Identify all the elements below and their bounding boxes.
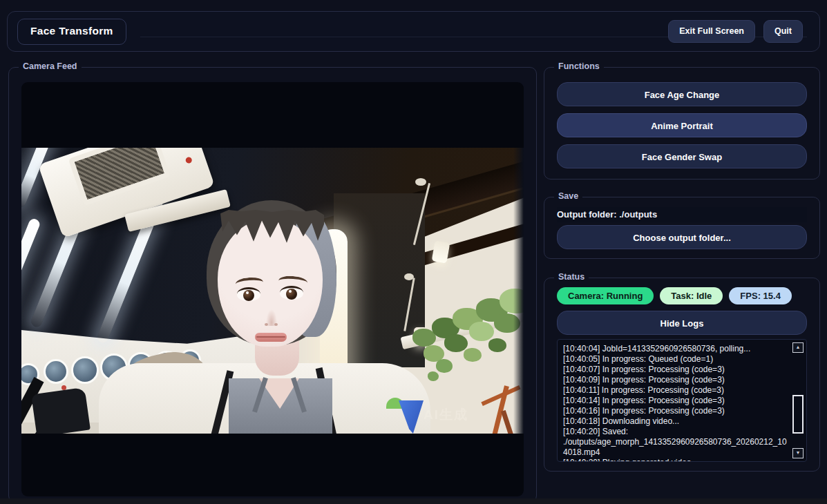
camera-video: AI生成 <box>21 82 524 496</box>
eye-glint <box>289 290 292 293</box>
hide-logs-button[interactable]: Hide Logs <box>557 311 807 335</box>
scene-right-shade <box>513 148 524 434</box>
wall-porthole <box>71 356 99 384</box>
camera-status-badge: Camera: Running <box>557 287 654 304</box>
ac-indicator <box>185 156 193 164</box>
app-window: Face Transform Exit Full Screen Quit Cam… <box>0 0 827 504</box>
log-line: [10:40:09] In progress: Processing (code… <box>563 375 791 385</box>
person-lipline <box>256 336 285 338</box>
exit-fullscreen-button[interactable]: Exit Full Screen <box>668 20 755 43</box>
ai-watermark: AI生成 <box>424 406 468 424</box>
log-line: [10:40:05] In progress: Queued (code=1) <box>563 354 791 365</box>
log-output[interactable]: [10:40:04] JobId=1413352960926580736, po… <box>557 339 807 462</box>
log-line: [10:40:20] Playing generated video... <box>563 458 791 462</box>
person-nostril <box>274 323 278 326</box>
log-line: [10:40:14] In progress: Processing (code… <box>563 396 791 406</box>
log-line: [10:40:04] JobId=1413352960926580736, po… <box>563 344 791 354</box>
output-folder-label: Output folder: ./outputs <box>557 207 807 222</box>
face-gender-swap-button[interactable]: Face Gender Swap <box>557 144 807 168</box>
plant-leaf <box>428 371 439 381</box>
anime-portrait-button[interactable]: Anime Portrait <box>557 113 807 137</box>
office-chair <box>31 387 91 434</box>
app-title: Face Transform <box>17 19 126 45</box>
scroll-up-icon[interactable]: ▲ <box>792 342 804 353</box>
orange-frame <box>501 410 514 434</box>
footer-strip <box>0 498 827 504</box>
status-panel: Status Camera: Running Task: Idle FPS: 1… <box>544 278 820 472</box>
person-nostril <box>265 323 268 326</box>
plant-leaf <box>469 322 494 341</box>
status-legend: Status <box>554 272 589 282</box>
wall-porthole <box>44 359 68 384</box>
person-iris <box>286 289 297 300</box>
functions-panel: Functions Face Age Change Anime Portrait… <box>544 67 820 180</box>
log-line: [10:40:11] In progress: Processing (code… <box>563 385 791 396</box>
plant-leaf <box>444 334 468 352</box>
eye-glint <box>246 291 249 294</box>
person-iris <box>243 290 254 301</box>
plant-leaf <box>488 338 506 352</box>
status-badges: Camera: Running Task: Idle FPS: 15.4 <box>557 287 792 304</box>
pendant-lamp-mount <box>415 178 426 186</box>
ac-grille <box>68 148 171 206</box>
plant-leaf <box>464 348 482 362</box>
camera-feed-legend: Camera Feed <box>19 61 82 71</box>
log-line: [10:40:07] In progress: Processing (code… <box>563 365 791 375</box>
functions-legend: Functions <box>554 61 604 71</box>
fps-badge: FPS: 15.4 <box>729 287 792 304</box>
save-legend: Save <box>554 191 582 201</box>
quit-button[interactable]: Quit <box>763 20 803 43</box>
log-line: [10:40:18] Downloading video... <box>563 416 791 427</box>
log-line: [10:40:20] Saved: ./outputs/age_morph_14… <box>563 427 791 458</box>
log-line: [10:40:16] In progress: Processing (code… <box>563 406 791 416</box>
camera-video-frame: AI生成 <box>21 148 524 434</box>
choose-output-folder-button[interactable]: Choose output folder... <box>557 225 807 249</box>
top-bar: Face Transform Exit Full Screen Quit <box>7 11 820 52</box>
face-age-change-button[interactable]: Face Age Change <box>557 82 807 106</box>
task-status-badge: Task: Idle <box>660 287 723 304</box>
topbar-actions: Exit Full Screen Quit <box>668 20 803 43</box>
pendant-lamp <box>432 240 450 263</box>
plant-leaf <box>436 359 453 373</box>
person-head <box>202 200 341 359</box>
person-eye <box>237 287 260 301</box>
camera-feed-panel: Camera Feed <box>8 67 537 503</box>
person-eye <box>280 286 303 300</box>
save-panel: Save Output folder: ./outputs Choose out… <box>544 197 820 259</box>
scroll-down-icon[interactable]: ▼ <box>792 448 804 458</box>
scrollbar-thumb[interactable] <box>792 395 804 434</box>
